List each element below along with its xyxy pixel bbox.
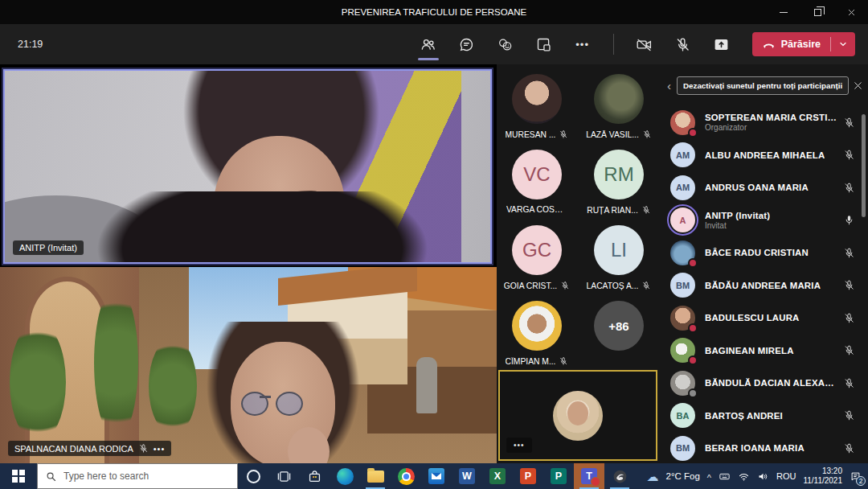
tile-goia[interactable]: GC GOIA CRIST... bbox=[498, 225, 575, 290]
chat-button[interactable] bbox=[455, 31, 479, 58]
publisher-button[interactable]: P bbox=[543, 463, 574, 489]
toolbar-divider bbox=[613, 34, 614, 55]
tile-overflow[interactable]: +86 bbox=[580, 301, 657, 366]
participant-row[interactable]: BÂCE RADU CRISTIAN bbox=[659, 236, 868, 269]
mail-button[interactable] bbox=[421, 463, 452, 489]
powerpoint-button[interactable]: P bbox=[513, 463, 543, 489]
search-input[interactable] bbox=[63, 471, 216, 482]
avatar bbox=[670, 240, 695, 265]
participants-button[interactable] bbox=[416, 31, 440, 58]
presence-offline bbox=[688, 388, 698, 398]
presence-busy bbox=[688, 258, 698, 268]
task-view-button[interactable] bbox=[268, 463, 299, 489]
tile-muresan[interactable]: MURESAN ... bbox=[498, 74, 575, 139]
mic-off-icon bbox=[843, 409, 855, 421]
presence-busy bbox=[688, 355, 698, 365]
system-tray: ☁ 2°C Fog ^ ROU 13:20 11/11/2021 2 bbox=[646, 466, 868, 487]
participant-row[interactable]: AM ANDRUS OANA MARIA bbox=[659, 171, 868, 204]
volume-icon[interactable] bbox=[757, 471, 769, 483]
tile-laza[interactable]: LAZĂ VASIL... bbox=[580, 74, 657, 139]
panel-scrollbar[interactable] bbox=[862, 114, 866, 217]
store-button[interactable] bbox=[299, 463, 330, 489]
tray-time: 13:20 bbox=[803, 466, 842, 477]
video-tile-main[interactable]: ANITP (Invitat) bbox=[3, 69, 492, 264]
restore-button[interactable] bbox=[800, 0, 834, 24]
participant-tile-column: MURESAN ... LAZĂ VASIL... VC VARGA COSMI… bbox=[497, 64, 659, 463]
participant-row[interactable]: BM BERAR IOANA MARIA bbox=[659, 432, 868, 465]
share-button[interactable] bbox=[710, 31, 734, 58]
meeting-toolbar: 21:19 ••• Părăsire bbox=[0, 24, 868, 64]
selfview-tile[interactable]: ••• bbox=[498, 370, 657, 461]
minimize-button[interactable] bbox=[767, 0, 800, 24]
keyboard-icon[interactable] bbox=[719, 471, 731, 483]
word-button[interactable]: W bbox=[452, 463, 482, 489]
mic-toggle-button[interactable] bbox=[671, 31, 695, 58]
start-button[interactable] bbox=[0, 463, 37, 489]
mute-all-button[interactable]: Dezactivați sunetul pentru toți particip… bbox=[677, 76, 849, 95]
leave-options-button[interactable] bbox=[831, 39, 855, 49]
edge-icon bbox=[337, 468, 354, 485]
teams-button[interactable]: T bbox=[574, 463, 604, 489]
language-indicator[interactable]: ROU bbox=[776, 471, 796, 481]
video-name-badge: ANITP (Invitat) bbox=[13, 240, 84, 255]
participant-row[interactable]: AM ALBU ANDREEA MIHAELA bbox=[659, 139, 868, 172]
people-icon bbox=[420, 36, 436, 53]
avatar bbox=[670, 371, 695, 396]
participant-row[interactable]: BA BARTOȘ ANDREI bbox=[659, 400, 868, 433]
file-explorer-button[interactable] bbox=[360, 463, 391, 489]
avatar bbox=[512, 301, 562, 351]
participant-row[interactable]: SOPTEREAN MARIA CRSTINA Organizator bbox=[659, 106, 868, 139]
excel-button[interactable]: X bbox=[482, 463, 513, 489]
more-icon: ••• bbox=[575, 39, 589, 51]
selfview-more-button[interactable]: ••• bbox=[506, 438, 532, 453]
meeting-timer: 21:19 bbox=[18, 39, 43, 50]
overflow-count: +86 bbox=[594, 301, 644, 351]
taskbar-search[interactable] bbox=[37, 463, 238, 489]
more-actions-button[interactable]: ••• bbox=[571, 31, 595, 58]
presence-busy bbox=[688, 323, 698, 333]
taskbar-clock[interactable]: 13:20 11/11/2021 bbox=[803, 466, 842, 487]
tray-chevron-up-icon[interactable]: ^ bbox=[707, 473, 711, 483]
mic-off-icon bbox=[843, 149, 855, 161]
mic-off-icon bbox=[843, 344, 855, 356]
tile-ruta[interactable]: RM RUȚA RIAN... bbox=[580, 150, 657, 215]
participant-row[interactable]: BĂNDULĂ DACIAN ALEXAND... bbox=[659, 367, 868, 400]
breakout-rooms-button[interactable] bbox=[532, 31, 556, 58]
cortana-button[interactable] bbox=[238, 463, 268, 489]
wifi-icon[interactable] bbox=[738, 471, 750, 483]
camera-toggle-button[interactable] bbox=[633, 31, 657, 58]
participant-row[interactable]: BAGINEAN MIRELA bbox=[659, 335, 868, 368]
avatar bbox=[512, 74, 562, 124]
task-view-icon bbox=[276, 469, 292, 484]
participant-row-anitp[interactable]: A ANITP (Invitat) Invitat bbox=[659, 204, 868, 237]
app-swirl-button[interactable] bbox=[604, 463, 635, 489]
initials-avatar: GC bbox=[512, 225, 562, 275]
video-tile-secondary[interactable]: SPALNACAN DIANA RODICA ••• bbox=[0, 267, 497, 463]
reactions-button[interactable] bbox=[493, 31, 518, 58]
chrome-button[interactable] bbox=[391, 463, 421, 489]
tile-cimpian[interactable]: CÎMPIAN M... bbox=[498, 301, 575, 366]
avatar bbox=[594, 74, 644, 124]
notification-badge: 2 bbox=[856, 476, 866, 486]
weather-text[interactable]: 2°C Fog bbox=[665, 471, 699, 481]
mic-off-icon bbox=[843, 312, 855, 324]
close-panel-icon[interactable] bbox=[853, 80, 863, 91]
tray-date: 11/11/2021 bbox=[803, 476, 842, 487]
close-button[interactable] bbox=[834, 0, 868, 24]
leave-button[interactable]: Părăsire bbox=[752, 32, 855, 56]
weather-cloud-icon[interactable]: ☁ bbox=[646, 471, 658, 483]
leave-label: Părăsire bbox=[781, 39, 821, 50]
tile-varga[interactable]: VC VARGA COSMIN bbox=[498, 150, 575, 215]
participant-row[interactable]: BM BĂDĂU ANDREEA MARIA bbox=[659, 269, 868, 302]
meeting-stage: ANITP (Invitat) SPALNACAN DIANA RODICA bbox=[0, 64, 868, 463]
action-center-button[interactable]: 2 bbox=[850, 471, 862, 483]
word-icon: W bbox=[459, 468, 475, 484]
tile-more-button[interactable]: ••• bbox=[154, 444, 166, 454]
mic-off-icon bbox=[641, 281, 651, 290]
edge-button[interactable] bbox=[330, 463, 360, 489]
participant-row[interactable]: BADULESCU LAURA bbox=[659, 302, 868, 335]
chevron-left-icon[interactable]: ‹ bbox=[665, 80, 673, 92]
cortana-icon bbox=[247, 470, 260, 483]
tile-lacatos[interactable]: LI LACATOȘ A... bbox=[580, 225, 657, 290]
initials-avatar: RM bbox=[594, 150, 644, 199]
